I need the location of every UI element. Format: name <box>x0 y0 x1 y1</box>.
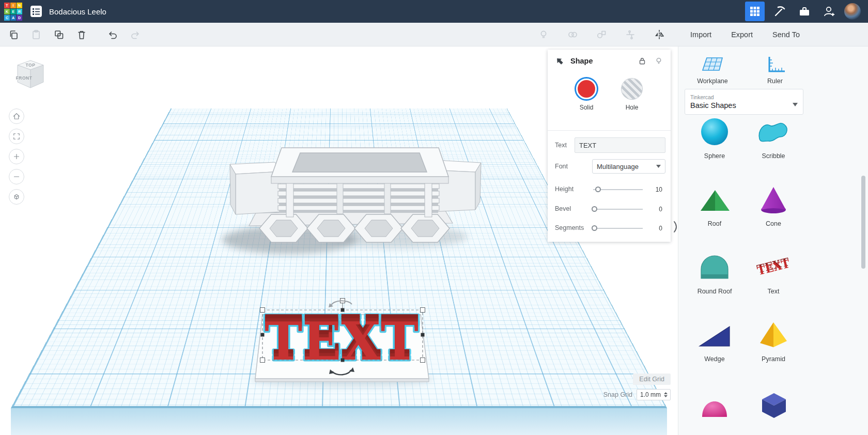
zoom-out-button[interactable] <box>9 169 24 184</box>
height-slider[interactable] <box>593 189 643 190</box>
scale-handle-mid[interactable] <box>261 333 265 337</box>
logo-tile: A <box>10 15 16 21</box>
logo-tile: I <box>10 3 16 8</box>
bevel-slider-knob[interactable] <box>592 206 597 212</box>
user-avatar[interactable] <box>844 3 861 20</box>
import-button[interactable]: Import <box>688 27 714 42</box>
height-slider-knob[interactable] <box>595 187 601 192</box>
font-dropdown[interactable]: Multilanguage <box>592 159 665 174</box>
scale-handle-corner[interactable] <box>260 358 265 363</box>
shape-item-sphere[interactable]: Sphere <box>685 116 744 168</box>
mirror-button[interactable] <box>650 25 669 44</box>
height-value: 10 <box>656 186 662 193</box>
text-field-label: Text <box>555 142 567 149</box>
group-button[interactable] <box>563 25 582 44</box>
toolbox-icon <box>798 5 811 18</box>
view-cube[interactable]: TOP FRONT <box>13 55 48 96</box>
shape-item-wedge[interactable]: Wedge <box>685 319 744 371</box>
delete-button[interactable] <box>72 25 91 44</box>
category-brand: Tinkercad <box>690 94 798 100</box>
segments-slider[interactable] <box>593 228 643 229</box>
text-front-face[interactable]: TEXT <box>265 310 419 372</box>
text-shape-icon: TEXT TEXT <box>755 252 792 284</box>
fit-view-button[interactable] <box>9 129 24 144</box>
home-view-button[interactable] <box>9 108 24 124</box>
export-button[interactable]: Export <box>729 27 755 42</box>
shape-item-partial-paraboloid[interactable] <box>685 387 744 435</box>
workplane-label: Workplane <box>697 77 728 85</box>
collapse-sidebar-chevron[interactable] <box>672 220 680 234</box>
tinkercad-logo[interactable]: T I N K E R C A D <box>4 3 22 21</box>
wedge-icon <box>696 319 733 351</box>
shape-label: Cone <box>766 220 781 227</box>
copy-button[interactable] <box>4 25 23 44</box>
segments-value: 0 <box>659 225 662 232</box>
my-designs-icon[interactable] <box>28 4 44 19</box>
sidebar-scrollbar[interactable] <box>861 176 865 269</box>
view-cube-top-label[interactable]: TOP <box>26 63 36 68</box>
shape-item-cone[interactable]: Cone <box>744 184 803 236</box>
scale-handle-mid[interactable] <box>421 333 425 337</box>
shape-label: Roof <box>708 220 721 227</box>
send-to-button[interactable]: Send To <box>770 27 802 42</box>
toolbox-button[interactable] <box>795 2 814 21</box>
show-all-button[interactable] <box>534 25 553 44</box>
scale-handle-mid[interactable] <box>341 359 345 362</box>
align-button[interactable] <box>621 25 640 44</box>
workplane-tool[interactable]: Workplane <box>684 53 741 85</box>
logo-tile: R <box>17 9 22 14</box>
ruler-icon <box>763 55 787 74</box>
shape-item-partial-hex-prism[interactable] <box>744 387 803 435</box>
shape-item-round-roof[interactable]: Round Roof <box>685 252 744 304</box>
undo-button[interactable] <box>103 25 122 44</box>
segments-slider-knob[interactable] <box>592 225 597 231</box>
lock-button[interactable] <box>638 56 647 66</box>
inspector-header: Shape <box>548 50 671 72</box>
scale-handle-corner[interactable] <box>260 308 265 313</box>
shape-item-pyramid[interactable]: Pyramid <box>744 319 803 371</box>
workplane-icon <box>701 55 724 74</box>
flip-mirror-icon <box>653 29 665 40</box>
material-options: Solid Hole <box>548 79 671 111</box>
duplicate-button[interactable] <box>50 25 68 44</box>
hide-shape-button[interactable] <box>654 56 663 66</box>
scale-handle-corner[interactable] <box>421 308 425 313</box>
shape-item-scribble[interactable]: Scribble <box>744 116 803 168</box>
minecraft-pickaxe-button[interactable] <box>770 2 789 21</box>
shape-label: Sphere <box>704 152 725 160</box>
paste-button[interactable] <box>27 25 45 44</box>
edit-grid-button[interactable]: Edit Grid <box>633 374 671 385</box>
font-dropdown-value: Multilanguage <box>597 163 639 170</box>
view-cube-front-label[interactable]: FRONT <box>16 75 33 81</box>
zoom-in-button[interactable] <box>9 149 24 164</box>
solid-swatch[interactable] <box>576 79 597 99</box>
topbar-right-group <box>745 2 868 21</box>
hole-swatch[interactable] <box>622 79 642 99</box>
add-user-button[interactable] <box>819 2 839 21</box>
hole-option[interactable]: Hole <box>622 79 642 111</box>
snap-grid-row: Snap Grid 1.0 mm <box>603 389 671 400</box>
hex-structure-object[interactable] <box>222 148 481 254</box>
scale-handle-corner[interactable] <box>421 358 425 363</box>
snap-grid-label: Snap Grid <box>603 391 632 398</box>
dashboard-grid-button[interactable] <box>745 2 765 21</box>
shape-category-dropdown[interactable]: Tinkercad Basic Shapes <box>685 89 803 115</box>
scale-handle-mid[interactable] <box>341 308 345 312</box>
solid-label: Solid <box>580 104 594 111</box>
shape-item-roof[interactable]: Roof <box>685 184 744 236</box>
ungroup-button[interactable] <box>592 25 611 44</box>
redo-button[interactable] <box>126 25 145 44</box>
ruler-tool[interactable]: Ruler <box>746 53 804 85</box>
snap-grid-select[interactable]: 1.0 mm <box>637 389 671 400</box>
category-value: Basic Shapes <box>690 101 798 110</box>
home-icon <box>12 112 21 121</box>
perspective-toggle-button[interactable] <box>9 189 24 205</box>
collapse-inspector-icon <box>555 56 564 66</box>
bevel-slider[interactable] <box>593 209 643 210</box>
text-value-input[interactable] <box>575 137 665 153</box>
collapse-inspector-button[interactable] <box>555 56 564 66</box>
design-title[interactable]: Bodacious Leelo <box>49 7 106 16</box>
duplicate-icon <box>53 29 65 40</box>
solid-option[interactable]: Solid <box>576 79 597 111</box>
shape-item-text[interactable]: TEXT TEXT Text <box>744 252 803 304</box>
